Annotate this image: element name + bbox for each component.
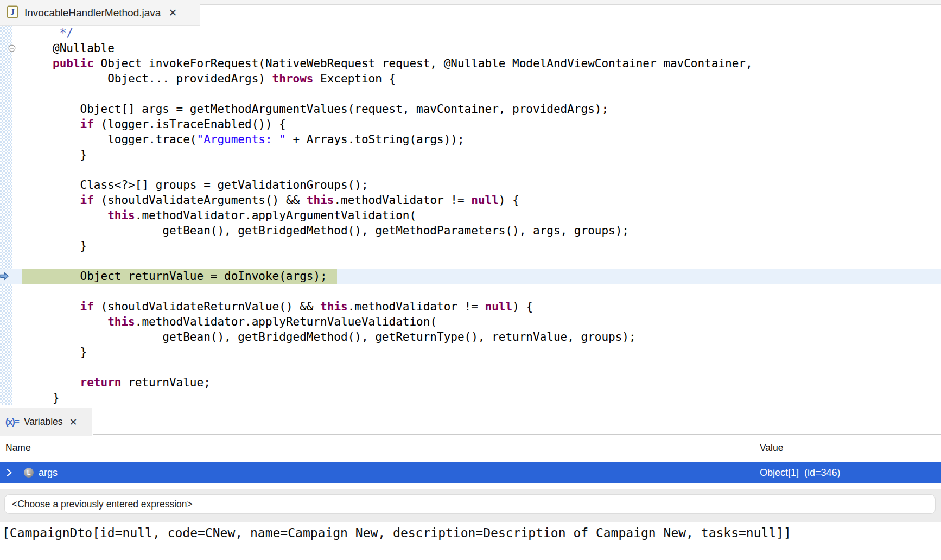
code-line[interactable]: logger.trace("Arguments: " + Arrays.toSt… — [0, 132, 941, 147]
code-line[interactable]: this.methodValidator.applyReturnValueVal… — [0, 314, 941, 329]
java-file-icon: J — [7, 5, 18, 21]
fold-collapse-icon[interactable] — [8, 44, 16, 52]
tab-invocablehandlermethod-java[interactable]: J InvocableHandlerMethod.java ✕ — [0, 0, 200, 26]
variables-tab-close-icon[interactable]: ✕ — [69, 416, 78, 428]
code-line[interactable]: Object... providedArgs) throws Exception… — [0, 71, 941, 86]
detail-pane[interactable]: [CampaignDto[id=null, code=CNew, name=Ca… — [0, 522, 941, 560]
local-variable-icon: L — [24, 468, 34, 478]
tab-title: InvocableHandlerMethod.java — [24, 7, 161, 19]
variables-tabbar-empty-area — [93, 410, 941, 435]
code-line[interactable]: } — [0, 390, 941, 405]
tab-close-icon[interactable]: ✕ — [168, 7, 177, 19]
code-line[interactable] — [0, 284, 941, 299]
code-line[interactable]: if (shouldValidateReturnValue() && this.… — [0, 299, 941, 314]
code-line[interactable]: return returnValue; — [0, 375, 941, 390]
editor-tabbar-empty-area — [200, 4, 941, 26]
code-line[interactable]: this.methodValidator.applyArgumentValida… — [0, 208, 941, 223]
svg-text:J: J — [10, 8, 15, 16]
editor-tabbar: J InvocableHandlerMethod.java ✕ — [0, 0, 941, 26]
chevron-right-icon[interactable] — [5, 468, 14, 477]
code-line[interactable]: if (logger.isTraceEnabled()) { — [0, 117, 941, 132]
code-line-current-debug[interactable]: Object returnValue = doInvoke(args); — [0, 269, 941, 284]
code-area: */@Nullablepublic Object invokeForReques… — [0, 26, 941, 405]
code-line[interactable]: if (shouldValidateArguments() && this.me… — [0, 193, 941, 208]
ide-window: J InvocableHandlerMethod.java ✕ */@Nulla… — [0, 0, 941, 560]
expression-bar: <Choose a previously entered expression> — [0, 489, 941, 522]
code-line[interactable]: } — [0, 238, 941, 253]
tab-variables[interactable]: (x)= Variables ✕ — [0, 408, 92, 436]
code-line[interactable]: @Nullable — [0, 41, 941, 56]
code-line[interactable]: Object[] args = getMethodArgumentValues(… — [0, 101, 941, 117]
variables-tabbar: (x)= Variables ✕ — [0, 408, 941, 436]
column-header-value[interactable]: Value — [760, 436, 783, 460]
code-line[interactable]: public Object invokeForRequest(NativeWeb… — [0, 56, 941, 71]
debug-instruction-pointer-icon — [0, 271, 9, 281]
column-header-name[interactable]: Name — [5, 436, 31, 460]
variable-value: Object[1] (id=346) — [760, 462, 841, 483]
code-line[interactable]: Class<?>[] groups = getValidationGroups(… — [0, 177, 941, 193]
code-line[interactable]: getBean(), getBridgedMethod(), getReturn… — [0, 329, 941, 345]
code-line[interactable]: getBean(), getBridgedMethod(), getMethod… — [0, 223, 941, 238]
code-line[interactable] — [0, 253, 941, 269]
code-editor[interactable]: */@Nullablepublic Object invokeForReques… — [0, 26, 941, 405]
code-line[interactable]: */ — [0, 26, 941, 41]
code-line[interactable]: } — [0, 345, 941, 360]
variables-table-header: Name Value — [0, 436, 941, 460]
variable-name: args — [39, 462, 58, 483]
detail-pane-text: [CampaignDto[id=null, code=CNew, name=Ca… — [2, 526, 791, 540]
code-line[interactable] — [0, 360, 941, 375]
expression-input[interactable]: <Choose a previously entered expression> — [4, 494, 936, 514]
table-row-args[interactable]: L args Object[1] (id=346) — [0, 462, 941, 483]
code-line[interactable] — [0, 86, 941, 101]
code-line[interactable] — [0, 162, 941, 177]
variables-view-icon: (x)= — [5, 417, 19, 427]
code-line[interactable]: } — [0, 147, 941, 162]
variables-tab-label: Variables — [24, 416, 63, 428]
